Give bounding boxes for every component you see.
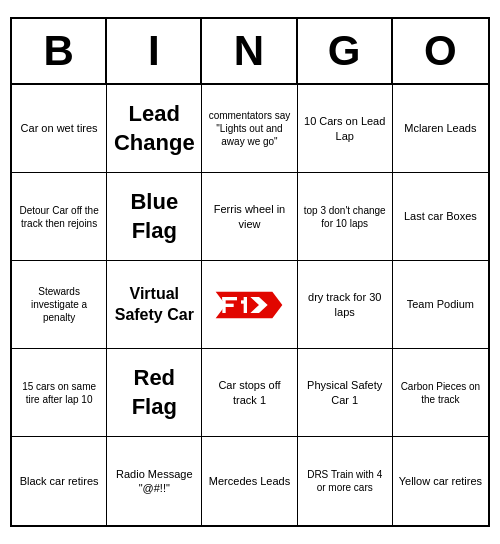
cell-text-0: Car on wet tires <box>21 121 98 135</box>
bingo-cell-18: Physical Safety Car 1 <box>298 349 393 437</box>
bingo-cell-24: Yellow car retires <box>393 437 488 525</box>
bingo-cell-23: DRS Train with 4 or more cars <box>298 437 393 525</box>
header-letter-g: G <box>298 19 393 83</box>
cell-text-3: 10 Cars on Lead Lap <box>302 114 388 143</box>
bingo-cell-2: commentators say "Lights out and away we… <box>202 85 297 173</box>
svg-rect-3 <box>223 303 234 306</box>
cell-text-6: Blue Flag <box>111 188 197 245</box>
bingo-cell-20: Black car retires <box>12 437 107 525</box>
bingo-cell-22: Mercedes Leads <box>202 437 297 525</box>
cell-text-17: Car stops off track 1 <box>206 378 292 407</box>
svg-rect-5 <box>241 300 244 303</box>
cell-text-14: Team Podium <box>407 297 474 311</box>
bingo-grid: Car on wet tiresLead Changecommentators … <box>12 85 488 525</box>
bingo-cell-14: Team Podium <box>393 261 488 349</box>
bingo-cell-9: Last car Boxes <box>393 173 488 261</box>
cell-text-4: Mclaren Leads <box>404 121 476 135</box>
header-letter-o: O <box>393 19 488 83</box>
header-letter-b: B <box>12 19 107 83</box>
cell-text-11: Virtual Safety Car <box>111 284 197 326</box>
bingo-cell-21: Radio Message "@#!!" <box>107 437 202 525</box>
cell-text-5: Detour Car off the track then rejoins <box>16 204 102 230</box>
cell-text-8: top 3 don't change for 10 laps <box>302 204 388 230</box>
cell-text-7: Ferris wheel in view <box>206 202 292 231</box>
bingo-cell-7: Ferris wheel in view <box>202 173 297 261</box>
bingo-cell-8: top 3 don't change for 10 laps <box>298 173 393 261</box>
bingo-cell-6: Blue Flag <box>107 173 202 261</box>
cell-text-1: Lead Change <box>111 100 197 157</box>
cell-text-9: Last car Boxes <box>404 209 477 223</box>
cell-text-18: Physical Safety Car 1 <box>302 378 388 407</box>
header-letter-i: I <box>107 19 202 83</box>
cell-text-16: Red Flag <box>111 364 197 421</box>
bingo-cell-10: Stewards investigate a penalty <box>12 261 107 349</box>
cell-text-21: Radio Message "@#!!" <box>111 467 197 496</box>
bingo-cell-0: Car on wet tires <box>12 85 107 173</box>
bingo-cell-19: Carbon Pieces on the track <box>393 349 488 437</box>
cell-text-24: Yellow car retires <box>399 474 482 488</box>
bingo-cell-15: 15 cars on same tire after lap 10 <box>12 349 107 437</box>
bingo-cell-1: Lead Change <box>107 85 202 173</box>
bingo-cell-13: dry track for 30 laps <box>298 261 393 349</box>
bingo-cell-11: Virtual Safety Car <box>107 261 202 349</box>
bingo-cell-17: Car stops off track 1 <box>202 349 297 437</box>
cell-text-22: Mercedes Leads <box>209 474 290 488</box>
cell-text-23: DRS Train with 4 or more cars <box>302 468 388 494</box>
f1-logo-icon <box>209 285 289 325</box>
bingo-card: BINGO Car on wet tiresLead Changecomment… <box>10 17 490 527</box>
bingo-cell-16: Red Flag <box>107 349 202 437</box>
cell-text-19: Carbon Pieces on the track <box>397 380 484 406</box>
header-letter-n: N <box>202 19 297 83</box>
cell-text-10: Stewards investigate a penalty <box>16 285 102 324</box>
cell-text-2: commentators say "Lights out and away we… <box>206 109 292 148</box>
bingo-header: BINGO <box>12 19 488 85</box>
bingo-cell-4: Mclaren Leads <box>393 85 488 173</box>
cell-text-15: 15 cars on same tire after lap 10 <box>16 380 102 406</box>
svg-rect-4 <box>244 297 247 313</box>
bingo-cell-3: 10 Cars on Lead Lap <box>298 85 393 173</box>
cell-text-13: dry track for 30 laps <box>302 290 388 319</box>
cell-text-20: Black car retires <box>20 474 99 488</box>
bingo-cell-12 <box>202 261 297 349</box>
bingo-cell-5: Detour Car off the track then rejoins <box>12 173 107 261</box>
